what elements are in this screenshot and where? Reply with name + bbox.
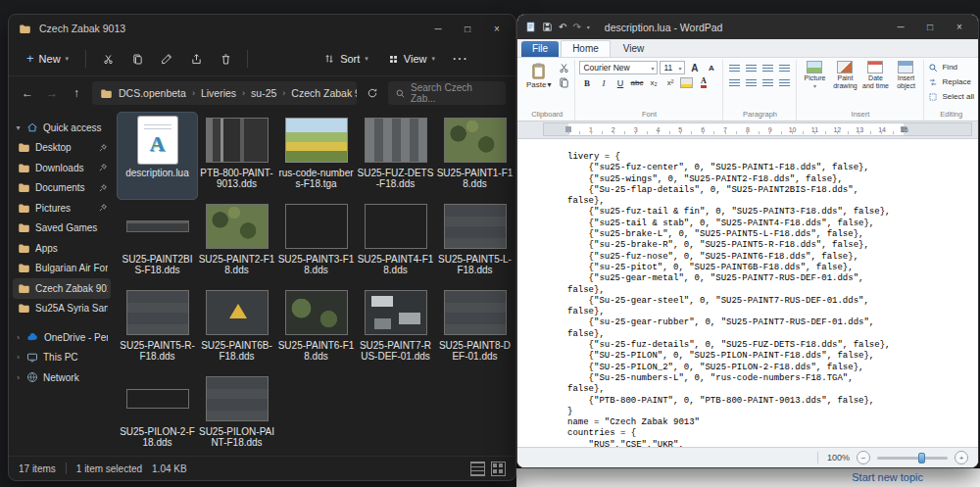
font-name-select[interactable]: Courier New▾ <box>579 61 658 74</box>
indent-marker[interactable] <box>565 126 571 132</box>
file-item-rus-code-numbers-f18-tga[interactable]: rus-code-numbers-F18.tga <box>276 113 356 199</box>
sort-button[interactable]: Sort ▾ <box>316 49 376 69</box>
align-left-button[interactable] <box>727 75 742 88</box>
paste-button[interactable]: Paste▾ <box>523 61 554 90</box>
sidebar-item-su25a-syria-sand[interactable]: Su25A Syria Sand_ <box>13 299 111 319</box>
align-center-button[interactable] <box>744 75 759 88</box>
share-button[interactable] <box>183 47 209 71</box>
align-right-button[interactable] <box>760 75 775 88</box>
wordpad-titlebar[interactable]: ↶ ↷ ▾ description.lua - WordPad ─ □ × <box>517 15 978 39</box>
tab-view[interactable]: View <box>612 41 656 57</box>
zoom-in-button[interactable]: + <box>955 451 968 464</box>
line-spacing-button[interactable] <box>777 61 792 73</box>
breadcrumb-item-liveries[interactable]: Liveries <box>201 87 236 99</box>
refresh-button[interactable] <box>364 87 381 99</box>
sidebar-item-czech-zabak-9013[interactable]: Czech Zabak 9013 <box>13 278 111 299</box>
file-item-su25-pilon-paint-f18-dds[interactable]: SU25-PILON-PAINT-F18.dds <box>197 371 276 456</box>
view-large-icons-button[interactable] <box>491 462 506 476</box>
file-item-su25-paint4-f18-dds[interactable]: SU25-PAINT4-F18.dds <box>356 199 435 285</box>
view-details-button[interactable] <box>470 462 485 476</box>
insert-object-button[interactable]: Insert object <box>892 61 919 90</box>
ruler[interactable]: 123456789101112131415 <box>517 122 978 139</box>
copy-button[interactable] <box>124 47 150 71</box>
explorer-titlebar[interactable]: Czech Zabak 9013 ─ □ × <box>9 15 515 42</box>
breadcrumb-item-czech-zabak-9013[interactable]: Czech Zabak 9013 <box>291 87 357 99</box>
document-area[interactable]: livery = { {"su25-fuz-center", 0, "SU25-… <box>517 139 978 447</box>
tab-home[interactable]: Home <box>561 40 611 57</box>
rename-button[interactable] <box>154 47 179 71</box>
highlight-color-button[interactable] <box>679 76 694 89</box>
bold-button[interactable]: B <box>579 76 594 89</box>
cut-button[interactable] <box>557 63 570 74</box>
sidebar-item-desktop[interactable]: Desktop <box>13 138 111 159</box>
zoom-slider[interactable] <box>877 457 948 460</box>
font-color-button[interactable] <box>696 76 710 89</box>
minimize-button[interactable]: ─ <box>423 17 453 40</box>
start-new-topic-link[interactable]: Start new topic <box>852 471 923 483</box>
file-item-su25-paint5-r-f18-dds[interactable]: SU25-PAINT5-R-F18.dds <box>118 285 197 371</box>
search-input[interactable]: Search Czech Zab... <box>388 81 506 105</box>
maximize-button[interactable]: □ <box>915 16 945 39</box>
cut-button[interactable] <box>95 47 121 71</box>
view-button[interactable]: View ▾ <box>380 49 443 69</box>
undo-button[interactable]: ↶ <box>559 22 566 32</box>
insert-picture-button[interactable]: Picture▾ <box>801 61 828 90</box>
forward-button[interactable]: → <box>43 86 61 100</box>
list-button[interactable] <box>760 61 775 73</box>
file-item-su25-paint3-f18-dds[interactable]: SU25-PAINT3-F18.dds <box>276 199 356 285</box>
sidebar-item-network[interactable]: ›Network <box>13 367 111 388</box>
justify-button[interactable] <box>777 75 792 88</box>
breadcrumb-item-su-25[interactable]: su-25 <box>251 87 276 99</box>
sidebar-item-apps[interactable]: Apps <box>13 238 111 259</box>
date-time-button[interactable]: Date and time <box>861 61 889 90</box>
breadcrumb-item-dcs-openbeta[interactable]: DCS.openbeta <box>119 87 186 99</box>
select-all-button[interactable]: Select all <box>928 90 973 103</box>
grow-font-button[interactable] <box>687 62 702 74</box>
file-item-su25-paint2-f18-dds[interactable]: SU25-PAINT2-F18.dds <box>197 199 276 285</box>
subscript-button[interactable]: x₂ <box>646 76 661 89</box>
file-item-su25-paint5-l-f18-dds[interactable]: SU25-PAINT5-L-F18.dds <box>435 199 514 285</box>
more-options-button[interactable]: ··· <box>447 47 472 71</box>
sidebar-item-documents[interactable]: Documents <box>13 178 111 199</box>
file-item-su25-paint8-def-01-dds[interactable]: SU25-PAINT8-DEF-01.dds <box>435 285 514 371</box>
sidebar-item-bulgarian-air-force[interactable]: Bulgarian Air Force <box>13 259 111 279</box>
file-item-su25-paint7-rus-def-01-dds[interactable]: SU25-PAINT7-RUS-DEF-01.dds <box>356 285 435 371</box>
file-item-description-lua[interactable]: Adescription.lua <box>118 113 197 199</box>
new-button[interactable]: + New ▾ <box>19 49 76 69</box>
breadcrumb[interactable]: DCS.openbeta›Liveries›su-25›Czech Zabak … <box>92 81 357 105</box>
file-item-su25-fuz-dets-f18-dds[interactable]: SU25-FUZ-DETS-F18.dds <box>356 113 435 199</box>
back-button[interactable]: ← <box>19 86 36 100</box>
replace-button[interactable]: Replace <box>928 75 973 88</box>
file-item-ptb-800-paint-9013-dds[interactable]: PTB-800-PAINT-9013.dds <box>197 113 276 199</box>
delete-button[interactable] <box>213 47 238 71</box>
zoom-out-button[interactable]: − <box>857 451 870 464</box>
sidebar-item-saved-games[interactable]: Saved Games <box>13 219 111 239</box>
underline-button[interactable]: U <box>612 76 627 89</box>
sidebar-item-quick-access[interactable]: ▾ Quick access <box>13 118 111 138</box>
zoom-slider-thumb[interactable] <box>918 453 925 463</box>
maximize-button[interactable]: □ <box>453 17 482 40</box>
copy-button[interactable] <box>557 77 570 89</box>
close-button[interactable]: × <box>945 16 974 39</box>
shrink-font-button[interactable] <box>704 62 718 74</box>
file-item-su25-paint2bis-f18-dds[interactable]: SU25-PAINT2BIS-F18.dds <box>118 199 197 285</box>
file-item-su25-paint1-f18-dds[interactable]: SU25-PAINT1-F18.dds <box>435 113 514 199</box>
redo-button[interactable]: ↷ <box>572 22 580 32</box>
sidebar-item-downloads[interactable]: Downloads <box>13 158 111 178</box>
font-size-select[interactable]: 11▾ <box>660 61 685 74</box>
superscript-button[interactable]: x² <box>662 76 677 89</box>
sidebar-item-pictures[interactable]: Pictures <box>13 198 111 219</box>
sidebar-item-onedrive-personal[interactable]: ›OneDrive - Personal <box>13 327 111 348</box>
strikethrough-button[interactable]: abc <box>629 76 644 89</box>
decrease-indent-button[interactable] <box>727 61 742 73</box>
file-item-su25-paint6-f18-dds[interactable]: SU25-PAINT6-F18.dds <box>276 285 356 371</box>
find-button[interactable]: Find <box>928 61 973 73</box>
italic-button[interactable]: I <box>596 76 611 89</box>
save-button[interactable] <box>542 22 553 32</box>
paint-drawing-button[interactable]: Paint drawing <box>831 61 858 90</box>
file-item-su25-pilon-2-f18-dds[interactable]: SU25-PILON-2-F18.dds <box>118 371 197 456</box>
file-item-su25-paint6b-f18-dds[interactable]: SU25-PAINT6B-F18.dds <box>197 285 276 371</box>
increase-indent-button[interactable] <box>744 61 759 73</box>
tab-file[interactable]: File <box>521 41 559 57</box>
quick-access-dropdown-icon[interactable]: ▾ <box>587 24 590 30</box>
